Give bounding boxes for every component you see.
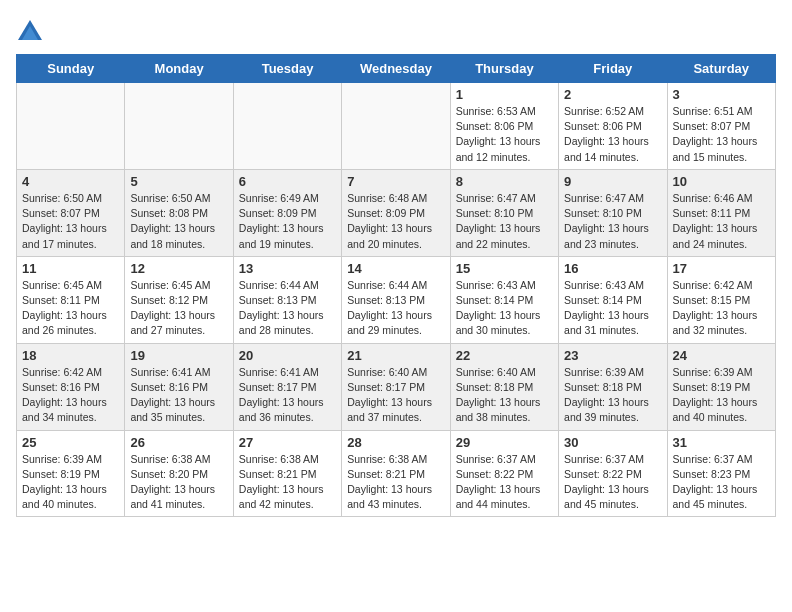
day-info: Sunrise: 6:37 AM Sunset: 8:22 PM Dayligh…: [564, 452, 661, 513]
day-info: Sunrise: 6:39 AM Sunset: 8:19 PM Dayligh…: [673, 365, 770, 426]
calendar-cell: 14Sunrise: 6:44 AM Sunset: 8:13 PM Dayli…: [342, 256, 450, 343]
calendar-week-1: 1Sunrise: 6:53 AM Sunset: 8:06 PM Daylig…: [17, 83, 776, 170]
calendar-cell: 17Sunrise: 6:42 AM Sunset: 8:15 PM Dayli…: [667, 256, 775, 343]
day-number: 6: [239, 174, 336, 189]
weekday-header-thursday: Thursday: [450, 55, 558, 83]
calendar-week-2: 4Sunrise: 6:50 AM Sunset: 8:07 PM Daylig…: [17, 169, 776, 256]
day-info: Sunrise: 6:43 AM Sunset: 8:14 PM Dayligh…: [564, 278, 661, 339]
day-info: Sunrise: 6:38 AM Sunset: 8:20 PM Dayligh…: [130, 452, 227, 513]
calendar-cell: 7Sunrise: 6:48 AM Sunset: 8:09 PM Daylig…: [342, 169, 450, 256]
calendar-cell: [233, 83, 341, 170]
calendar-cell: 6Sunrise: 6:49 AM Sunset: 8:09 PM Daylig…: [233, 169, 341, 256]
calendar-cell: 9Sunrise: 6:47 AM Sunset: 8:10 PM Daylig…: [559, 169, 667, 256]
day-number: 25: [22, 435, 119, 450]
day-number: 24: [673, 348, 770, 363]
calendar-cell: 20Sunrise: 6:41 AM Sunset: 8:17 PM Dayli…: [233, 343, 341, 430]
day-info: Sunrise: 6:37 AM Sunset: 8:22 PM Dayligh…: [456, 452, 553, 513]
day-number: 19: [130, 348, 227, 363]
weekday-header-monday: Monday: [125, 55, 233, 83]
calendar-cell: 5Sunrise: 6:50 AM Sunset: 8:08 PM Daylig…: [125, 169, 233, 256]
day-info: Sunrise: 6:52 AM Sunset: 8:06 PM Dayligh…: [564, 104, 661, 165]
day-number: 10: [673, 174, 770, 189]
calendar-cell: 18Sunrise: 6:42 AM Sunset: 8:16 PM Dayli…: [17, 343, 125, 430]
calendar-cell: 12Sunrise: 6:45 AM Sunset: 8:12 PM Dayli…: [125, 256, 233, 343]
day-info: Sunrise: 6:41 AM Sunset: 8:16 PM Dayligh…: [130, 365, 227, 426]
day-number: 11: [22, 261, 119, 276]
day-info: Sunrise: 6:45 AM Sunset: 8:12 PM Dayligh…: [130, 278, 227, 339]
day-info: Sunrise: 6:49 AM Sunset: 8:09 PM Dayligh…: [239, 191, 336, 252]
calendar-cell: 19Sunrise: 6:41 AM Sunset: 8:16 PM Dayli…: [125, 343, 233, 430]
day-number: 16: [564, 261, 661, 276]
calendar-cell: 16Sunrise: 6:43 AM Sunset: 8:14 PM Dayli…: [559, 256, 667, 343]
calendar-cell: 8Sunrise: 6:47 AM Sunset: 8:10 PM Daylig…: [450, 169, 558, 256]
day-info: Sunrise: 6:45 AM Sunset: 8:11 PM Dayligh…: [22, 278, 119, 339]
day-info: Sunrise: 6:48 AM Sunset: 8:09 PM Dayligh…: [347, 191, 444, 252]
day-info: Sunrise: 6:39 AM Sunset: 8:19 PM Dayligh…: [22, 452, 119, 513]
day-info: Sunrise: 6:38 AM Sunset: 8:21 PM Dayligh…: [239, 452, 336, 513]
calendar-cell: 21Sunrise: 6:40 AM Sunset: 8:17 PM Dayli…: [342, 343, 450, 430]
calendar-cell: 13Sunrise: 6:44 AM Sunset: 8:13 PM Dayli…: [233, 256, 341, 343]
day-number: 3: [673, 87, 770, 102]
day-info: Sunrise: 6:53 AM Sunset: 8:06 PM Dayligh…: [456, 104, 553, 165]
calendar-cell: [17, 83, 125, 170]
day-number: 17: [673, 261, 770, 276]
calendar-cell: 26Sunrise: 6:38 AM Sunset: 8:20 PM Dayli…: [125, 430, 233, 517]
day-number: 28: [347, 435, 444, 450]
calendar-table: SundayMondayTuesdayWednesdayThursdayFrid…: [16, 54, 776, 517]
day-info: Sunrise: 6:38 AM Sunset: 8:21 PM Dayligh…: [347, 452, 444, 513]
day-number: 20: [239, 348, 336, 363]
day-info: Sunrise: 6:47 AM Sunset: 8:10 PM Dayligh…: [456, 191, 553, 252]
day-number: 15: [456, 261, 553, 276]
day-number: 29: [456, 435, 553, 450]
calendar-cell: 25Sunrise: 6:39 AM Sunset: 8:19 PM Dayli…: [17, 430, 125, 517]
calendar-cell: 24Sunrise: 6:39 AM Sunset: 8:19 PM Dayli…: [667, 343, 775, 430]
calendar-week-4: 18Sunrise: 6:42 AM Sunset: 8:16 PM Dayli…: [17, 343, 776, 430]
calendar-cell: 29Sunrise: 6:37 AM Sunset: 8:22 PM Dayli…: [450, 430, 558, 517]
day-info: Sunrise: 6:50 AM Sunset: 8:08 PM Dayligh…: [130, 191, 227, 252]
calendar-week-3: 11Sunrise: 6:45 AM Sunset: 8:11 PM Dayli…: [17, 256, 776, 343]
day-number: 13: [239, 261, 336, 276]
calendar-cell: 22Sunrise: 6:40 AM Sunset: 8:18 PM Dayli…: [450, 343, 558, 430]
day-number: 27: [239, 435, 336, 450]
day-info: Sunrise: 6:44 AM Sunset: 8:13 PM Dayligh…: [347, 278, 444, 339]
day-info: Sunrise: 6:41 AM Sunset: 8:17 PM Dayligh…: [239, 365, 336, 426]
calendar-cell: 2Sunrise: 6:52 AM Sunset: 8:06 PM Daylig…: [559, 83, 667, 170]
calendar-cell: 28Sunrise: 6:38 AM Sunset: 8:21 PM Dayli…: [342, 430, 450, 517]
calendar-cell: 23Sunrise: 6:39 AM Sunset: 8:18 PM Dayli…: [559, 343, 667, 430]
calendar-cell: 3Sunrise: 6:51 AM Sunset: 8:07 PM Daylig…: [667, 83, 775, 170]
day-info: Sunrise: 6:44 AM Sunset: 8:13 PM Dayligh…: [239, 278, 336, 339]
calendar-cell: 31Sunrise: 6:37 AM Sunset: 8:23 PM Dayli…: [667, 430, 775, 517]
day-info: Sunrise: 6:40 AM Sunset: 8:18 PM Dayligh…: [456, 365, 553, 426]
day-number: 5: [130, 174, 227, 189]
calendar-week-5: 25Sunrise: 6:39 AM Sunset: 8:19 PM Dayli…: [17, 430, 776, 517]
day-number: 30: [564, 435, 661, 450]
day-number: 8: [456, 174, 553, 189]
weekday-header-sunday: Sunday: [17, 55, 125, 83]
calendar-cell: 27Sunrise: 6:38 AM Sunset: 8:21 PM Dayli…: [233, 430, 341, 517]
page-header: [16, 16, 776, 44]
day-number: 14: [347, 261, 444, 276]
weekday-header-friday: Friday: [559, 55, 667, 83]
day-info: Sunrise: 6:39 AM Sunset: 8:18 PM Dayligh…: [564, 365, 661, 426]
day-info: Sunrise: 6:42 AM Sunset: 8:15 PM Dayligh…: [673, 278, 770, 339]
calendar-cell: 10Sunrise: 6:46 AM Sunset: 8:11 PM Dayli…: [667, 169, 775, 256]
calendar-cell: [125, 83, 233, 170]
day-info: Sunrise: 6:50 AM Sunset: 8:07 PM Dayligh…: [22, 191, 119, 252]
weekday-header-saturday: Saturday: [667, 55, 775, 83]
day-info: Sunrise: 6:42 AM Sunset: 8:16 PM Dayligh…: [22, 365, 119, 426]
day-info: Sunrise: 6:40 AM Sunset: 8:17 PM Dayligh…: [347, 365, 444, 426]
day-number: 31: [673, 435, 770, 450]
calendar-cell: 30Sunrise: 6:37 AM Sunset: 8:22 PM Dayli…: [559, 430, 667, 517]
day-number: 9: [564, 174, 661, 189]
calendar-cell: 4Sunrise: 6:50 AM Sunset: 8:07 PM Daylig…: [17, 169, 125, 256]
weekday-header-tuesday: Tuesday: [233, 55, 341, 83]
calendar-cell: [342, 83, 450, 170]
day-number: 12: [130, 261, 227, 276]
day-number: 2: [564, 87, 661, 102]
day-number: 7: [347, 174, 444, 189]
logo: [16, 16, 48, 44]
day-number: 1: [456, 87, 553, 102]
day-info: Sunrise: 6:37 AM Sunset: 8:23 PM Dayligh…: [673, 452, 770, 513]
day-info: Sunrise: 6:46 AM Sunset: 8:11 PM Dayligh…: [673, 191, 770, 252]
day-number: 23: [564, 348, 661, 363]
